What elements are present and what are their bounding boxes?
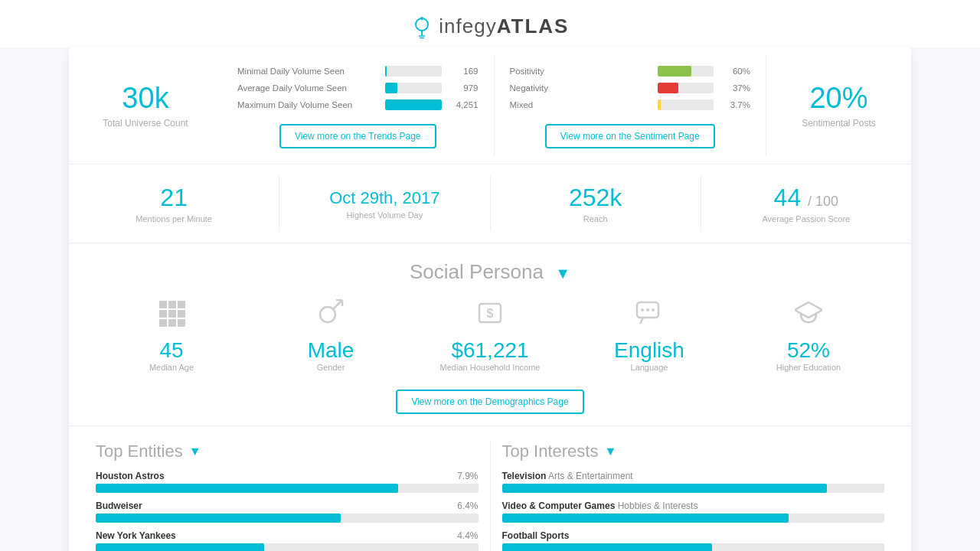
vol-row-2: Average Daily Volume Seen 979 [237, 83, 479, 93]
sentimental-posts-value: 20% [809, 82, 867, 115]
vol-value-1: 169 [448, 67, 479, 76]
education-label: Higher Education [729, 363, 888, 372]
vol-label-2: Average Daily Volume Seen [237, 83, 379, 93]
sent-value-1: 60% [720, 67, 750, 76]
entity-pct-2: 6.4% [457, 500, 478, 511]
sent-fill-3 [658, 99, 661, 110]
gender-block: Male Gender [251, 299, 410, 372]
passion-value: 44 / 100 [701, 184, 911, 212]
sent-row-3: Mixed 3.7% [510, 99, 751, 110]
svg-rect-13 [178, 319, 185, 327]
svg-point-4 [420, 17, 423, 20]
social-persona-title: Social Persona ▼ [69, 243, 911, 292]
interests-download-icon[interactable]: ▼ [604, 445, 616, 458]
grid-icon [92, 299, 251, 334]
interest-name-1: Television Arts & Entertainment [502, 471, 633, 481]
svg-rect-5 [159, 301, 167, 308]
svg-rect-12 [168, 319, 176, 327]
entity-row-3: New York Yankees 4.4% [96, 530, 479, 551]
passion-suffix: / 100 [808, 194, 838, 209]
entity-name-1: Houston Astros [96, 471, 165, 481]
interest-fill-2 [502, 514, 789, 523]
sent-value-2: 37% [720, 83, 750, 93]
logo-atlas: ATLAS [497, 15, 570, 37]
vol-label-1: Minimal Daily Volume Seen [237, 67, 379, 76]
gender-value: Male [251, 338, 410, 363]
svg-rect-8 [159, 310, 167, 318]
social-persona-download-icon[interactable]: ▼ [555, 265, 570, 282]
top-entities-section: Top Entities ▼ Houston Astros 7.9% Budwe… [84, 442, 490, 551]
persona-row: 45 Median Age Male Gender $ [69, 292, 911, 376]
entity-name-3: New York Yankees [96, 530, 176, 541]
svg-point-0 [416, 18, 428, 31]
logo: infegyATLAS [0, 14, 980, 40]
sentimental-posts-label: Sentimental Posts [802, 118, 876, 129]
main-card: 30k Total Universe Count Minimal Daily V… [69, 47, 911, 551]
vol-track-1 [385, 66, 442, 77]
language-label: Language [570, 363, 729, 372]
svg-rect-11 [159, 319, 167, 327]
entities-download-icon[interactable]: ▼ [189, 445, 201, 458]
median-age-value: 45 [92, 338, 251, 363]
svg-marker-24 [795, 302, 822, 318]
highest-volume-label: Highest Volume Day [279, 210, 489, 220]
speech-icon [570, 299, 729, 334]
vol-fill-1 [385, 66, 387, 77]
entity-track-1 [96, 484, 479, 493]
male-icon [251, 299, 410, 334]
vol-row-3: Maximum Daily Volume Seen 4,251 [237, 99, 479, 110]
entity-fill-1 [96, 484, 398, 493]
sentiment-page-button[interactable]: View more on the Sentiment Page [545, 124, 715, 148]
interest-sub-1: Arts & Entertainment [548, 471, 633, 481]
reach-block: 252k Reach [490, 176, 701, 231]
interest-name-2: Video & Computer Games Hobbies & Interes… [502, 500, 698, 511]
entity-pct-3: 4.4% [457, 530, 478, 541]
svg-rect-9 [168, 310, 176, 318]
vol-fill-2 [385, 83, 397, 93]
demographics-btn-row: View more on the Demographics Page [69, 376, 911, 425]
logo-infegy: infegy [439, 15, 496, 37]
interest-row-3: Football Sports [502, 530, 885, 551]
education-value: 52% [729, 338, 888, 363]
entity-track-3 [96, 543, 479, 551]
sent-row-2: Negativity 37% [510, 83, 751, 93]
header: infegyATLAS [0, 0, 980, 47]
top-columns: 30k Total Universe Count Minimal Daily V… [69, 47, 911, 164]
education-block: 52% Higher Education [729, 299, 888, 372]
sent-fill-1 [658, 66, 691, 77]
vol-label-3: Maximum Daily Volume Seen [237, 100, 379, 109]
sent-label-2: Negativity [510, 83, 652, 93]
entity-row-2: Budweiser 6.4% [96, 500, 479, 523]
reach-label: Reach [491, 214, 701, 223]
vol-row-1: Minimal Daily Volume Seen 169 [237, 66, 479, 77]
svg-point-23 [652, 308, 655, 311]
top-interests-title: Top Interests ▼ [502, 442, 885, 461]
entity-fill-2 [96, 514, 341, 523]
mentions-value: 21 [69, 184, 279, 212]
interest-fill-3 [502, 543, 713, 551]
svg-rect-6 [168, 301, 176, 308]
passion-label: Average Passion Score [701, 214, 911, 223]
demographics-page-button[interactable]: View more on the Demographics Page [396, 390, 583, 414]
graduation-icon [729, 299, 888, 334]
entity-name-2: Budweiser [96, 500, 142, 511]
sent-track-3 [658, 99, 714, 110]
svg-text:$: $ [487, 307, 494, 320]
income-label: Median Household Income [410, 363, 570, 372]
sent-row-1: Positivity 60% [510, 66, 751, 77]
highest-volume-value: Oct 29th, 2017 [279, 184, 489, 208]
svg-rect-7 [178, 301, 185, 308]
entity-fill-3 [96, 543, 264, 551]
total-universe-label: Total Universe Count [103, 118, 188, 129]
interest-track-2 [502, 514, 885, 523]
sent-label-1: Positivity [510, 67, 652, 76]
gender-label: Gender [251, 363, 410, 372]
bottom-row: Top Entities ▼ Houston Astros 7.9% Budwe… [69, 425, 911, 551]
entity-track-2 [96, 514, 479, 523]
logo-icon [411, 15, 433, 40]
volume-section: Minimal Daily Volume Seen 169 Average Da… [222, 55, 494, 156]
svg-point-21 [641, 308, 644, 311]
top-entities-title: Top Entities ▼ [96, 442, 479, 461]
vol-fill-3 [385, 99, 442, 110]
trends-page-button[interactable]: View more on the Trends Page [279, 124, 436, 148]
